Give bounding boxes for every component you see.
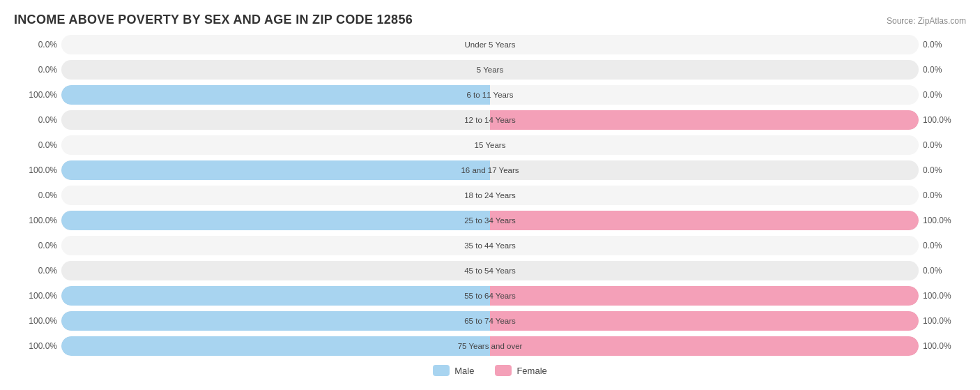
female-bar xyxy=(490,336,919,356)
bar-row: 100.0%75 Years and over100.0% xyxy=(14,334,966,358)
female-bar xyxy=(490,286,919,306)
bar-row: 0.0%45 to 54 Years0.0% xyxy=(14,259,966,283)
male-bar xyxy=(61,160,490,180)
left-value: 100.0% xyxy=(14,341,61,351)
legend-female: Female xyxy=(495,365,546,376)
bar-row: 100.0%16 and 17 Years0.0% xyxy=(14,158,966,182)
bar-area: 55 to 64 Years xyxy=(61,286,919,306)
left-value: 100.0% xyxy=(14,291,61,301)
left-value: 0.0% xyxy=(14,266,61,276)
legend-male: Male xyxy=(433,365,474,376)
bar-label: Under 5 Years xyxy=(465,40,516,49)
right-value: 100.0% xyxy=(919,316,966,326)
bar-row: 0.0%18 to 24 Years0.0% xyxy=(14,183,966,207)
right-value: 0.0% xyxy=(919,90,966,100)
right-value: 100.0% xyxy=(919,341,966,351)
left-value: 0.0% xyxy=(14,115,61,125)
right-value: 0.0% xyxy=(919,190,966,200)
legend: Male Female xyxy=(14,365,966,376)
right-value: 0.0% xyxy=(919,266,966,276)
bar-area: 15 Years xyxy=(61,135,919,155)
male-bar xyxy=(61,211,490,230)
female-swatch xyxy=(495,365,512,376)
left-value: 100.0% xyxy=(14,90,61,100)
bar-area: 5 Years xyxy=(61,60,919,80)
female-bar xyxy=(490,311,919,331)
bar-label: 15 Years xyxy=(475,141,506,149)
left-value: 0.0% xyxy=(14,190,61,200)
bar-row: 100.0%55 to 64 Years100.0% xyxy=(14,284,966,308)
left-value: 100.0% xyxy=(14,216,61,225)
female-bar xyxy=(490,211,919,230)
bar-label: 35 to 44 Years xyxy=(464,241,516,250)
bar-row: 100.0%65 to 74 Years100.0% xyxy=(14,309,966,333)
bar-area: 18 to 24 Years xyxy=(61,186,919,205)
bar-label: 5 Years xyxy=(477,66,503,74)
right-value: 0.0% xyxy=(919,65,966,75)
bar-area: 35 to 44 Years xyxy=(61,236,919,255)
bar-area: 16 and 17 Years xyxy=(61,160,919,180)
right-value: 0.0% xyxy=(919,165,966,175)
bar-area: 25 to 34 Years xyxy=(61,211,919,230)
bar-row: 100.0%6 to 11 Years0.0% xyxy=(14,83,966,107)
right-value: 100.0% xyxy=(919,216,966,225)
bar-area: 45 to 54 Years xyxy=(61,261,919,280)
left-value: 0.0% xyxy=(14,40,61,50)
right-value: 100.0% xyxy=(919,291,966,301)
bar-row: 0.0%Under 5 Years0.0% xyxy=(14,33,966,57)
right-value: 0.0% xyxy=(919,140,966,150)
male-label: Male xyxy=(454,366,474,376)
bar-row: 0.0%35 to 44 Years0.0% xyxy=(14,234,966,257)
female-label: Female xyxy=(516,366,546,376)
male-bar xyxy=(61,311,490,331)
left-value: 0.0% xyxy=(14,65,61,75)
bar-area: Under 5 Years xyxy=(61,35,919,54)
left-value: 0.0% xyxy=(14,140,61,150)
left-value: 100.0% xyxy=(14,165,61,175)
female-bar xyxy=(490,110,919,130)
male-bar xyxy=(61,286,490,306)
bar-row: 0.0%12 to 14 Years100.0% xyxy=(14,108,966,132)
bar-row: 0.0%15 Years0.0% xyxy=(14,133,966,157)
male-bar xyxy=(61,336,490,356)
bar-area: 65 to 74 Years xyxy=(61,311,919,331)
right-value: 100.0% xyxy=(919,115,966,125)
right-value: 0.0% xyxy=(919,40,966,50)
male-bar xyxy=(61,85,490,105)
left-value: 100.0% xyxy=(14,316,61,326)
bar-row: 0.0%5 Years0.0% xyxy=(14,58,966,82)
chart-container: 0.0%Under 5 Years0.0%0.0%5 Years0.0%100.… xyxy=(14,33,966,358)
right-value: 0.0% xyxy=(919,241,966,250)
bar-area: 6 to 11 Years xyxy=(61,85,919,105)
male-swatch xyxy=(433,365,450,376)
bar-area: 75 Years and over xyxy=(61,336,919,356)
bar-row: 100.0%25 to 34 Years100.0% xyxy=(14,209,966,232)
left-value: 0.0% xyxy=(14,241,61,250)
bar-label: 18 to 24 Years xyxy=(464,191,516,200)
bar-area: 12 to 14 Years xyxy=(61,110,919,130)
bar-label: 45 to 54 Years xyxy=(464,267,516,275)
